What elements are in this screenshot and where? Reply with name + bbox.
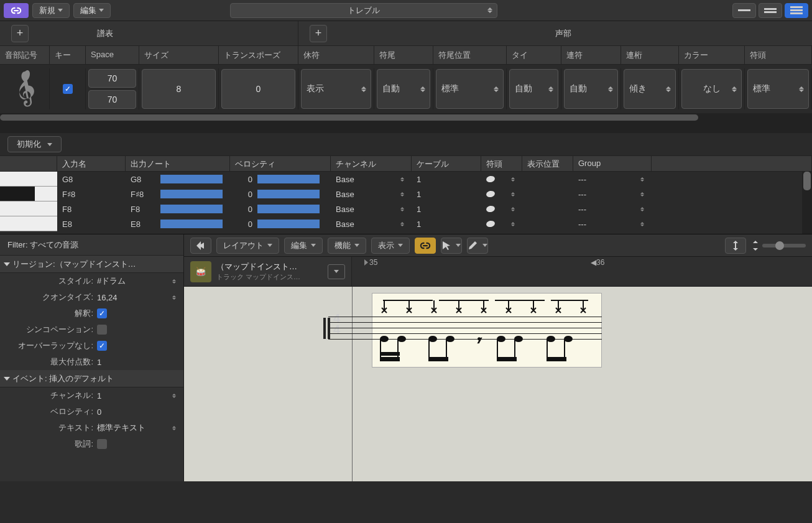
tuplet-select[interactable]: 自動 <box>564 69 618 109</box>
score-edit-menu[interactable]: 編集 <box>284 238 323 254</box>
size-value[interactable]: 8 <box>142 69 216 109</box>
initialize-menu[interactable]: 初期化 <box>7 136 62 152</box>
edit-menu[interactable]: 編集 <box>73 3 111 18</box>
back-button[interactable] <box>190 238 211 254</box>
rest-select[interactable]: 表示 <box>301 69 371 109</box>
new-menu[interactable]: 新規 <box>32 3 70 18</box>
score-link-button[interactable] <box>415 238 436 254</box>
head-select[interactable]: 標準 <box>747 69 809 109</box>
group-cell[interactable]: --- <box>573 175 652 184</box>
key-checkbox[interactable] <box>50 68 86 109</box>
function-menu[interactable]: 機能 <box>328 238 366 254</box>
interpret-check[interactable] <box>97 308 107 318</box>
head-cell[interactable] <box>481 221 522 227</box>
channel-cell[interactable]: Base <box>331 175 412 184</box>
output-note[interactable]: E8 <box>126 220 230 229</box>
overlap-check[interactable] <box>97 341 107 351</box>
channel-cell[interactable]: Base <box>331 205 412 214</box>
view-mode-1[interactable] <box>732 3 756 18</box>
link-button[interactable] <box>4 3 29 18</box>
map-row[interactable]: F♯8 F♯8 0 Base 1 --- <box>0 187 812 201</box>
style-value[interactable]: #ドラム <box>97 275 178 287</box>
ruler[interactable]: 35 ◀36 <box>352 257 812 286</box>
map-vscroll[interactable] <box>802 172 812 234</box>
stem-select[interactable]: 自動 <box>377 69 430 109</box>
score-view-menu[interactable]: 表示 <box>371 238 410 254</box>
cable-cell[interactable]: 1 <box>412 220 481 229</box>
group-header: + 譜表 + 声部 <box>0 21 812 46</box>
map-row[interactable]: G8 G8 0 Base 1 --- <box>0 172 812 187</box>
velocity-cell[interactable]: 0 <box>230 220 331 229</box>
zoom-control[interactable] <box>751 241 806 251</box>
head-cell[interactable] <box>481 206 522 212</box>
text-value[interactable]: 標準テキスト <box>97 422 178 433</box>
output-note[interactable]: F8 <box>126 205 230 214</box>
col-stem-pos: 符尾位置 <box>433 46 507 64</box>
color-select[interactable]: なし <box>681 69 742 109</box>
tie-select[interactable]: 自動 <box>509 69 558 109</box>
clef-value[interactable] <box>0 68 50 109</box>
velocity-cell[interactable]: 0 <box>230 175 331 184</box>
group-cell[interactable]: --- <box>573 205 652 214</box>
input-name[interactable]: F8 <box>57 205 126 214</box>
group-cell[interactable]: --- <box>573 190 652 199</box>
input-name[interactable]: F♯8 <box>57 190 126 199</box>
stem-pos-select[interactable]: 標準 <box>436 69 504 109</box>
notation: 𝄾 <box>377 295 601 370</box>
space-bot[interactable]: 70 <box>88 90 136 109</box>
col-color: カラー <box>679 46 745 64</box>
mcol-channel: チャンネル <box>331 156 412 171</box>
piano-key[interactable] <box>0 187 57 201</box>
piano-key[interactable] <box>0 172 57 187</box>
dot-value[interactable]: 1 <box>97 358 178 367</box>
channel-value[interactable]: 1 <box>97 391 178 400</box>
staff-hscroll[interactable] <box>0 113 812 122</box>
beam-select[interactable]: 傾き <box>624 69 676 109</box>
col-tuplet: 連符 <box>561 46 621 64</box>
track-name[interactable]: （マップドインスト… <box>216 261 323 272</box>
track-subtitle: トラック マップドインス… <box>216 272 323 282</box>
channel-cell[interactable]: Base <box>331 220 412 229</box>
piano-key[interactable] <box>0 201 57 216</box>
cable-cell[interactable]: 1 <box>412 205 481 214</box>
velocity-cell[interactable]: 0 <box>230 190 331 199</box>
head-cell[interactable] <box>481 191 522 197</box>
pointer-tool[interactable] <box>441 238 462 254</box>
add-voice-button[interactable]: + <box>310 25 327 42</box>
view-mode-3[interactable] <box>785 3 808 18</box>
region-section[interactable]: リージョン:（マップドインスト… <box>0 256 183 273</box>
cable-cell[interactable]: 1 <box>412 175 481 184</box>
head-cell[interactable] <box>481 176 522 182</box>
channel-cell[interactable]: Base <box>331 190 412 199</box>
mcol-output: 出力ノート <box>126 156 230 171</box>
output-note[interactable]: G8 <box>126 175 230 184</box>
vertical-zoom[interactable] <box>725 238 746 254</box>
quantize-value[interactable]: 16,24 <box>97 293 178 302</box>
transpose-value[interactable]: 0 <box>221 69 295 109</box>
map-toolbar: 初期化 <box>0 133 812 155</box>
map-row[interactable]: F8 F8 0 Base 1 --- <box>0 201 812 216</box>
staff-style-select[interactable]: トレブル <box>230 3 497 18</box>
svg-rect-34 <box>547 358 566 361</box>
velocity-cell[interactable]: 0 <box>230 205 331 214</box>
velocity-value[interactable]: 0 <box>97 407 178 417</box>
space-top[interactable]: 70 <box>88 69 136 88</box>
lyric-check[interactable] <box>97 439 107 449</box>
playhead-icon <box>364 259 368 266</box>
piano-key[interactable] <box>0 216 57 231</box>
score-canvas[interactable]: 44 <box>184 287 812 481</box>
input-name[interactable]: E8 <box>57 220 126 229</box>
cable-cell[interactable]: 1 <box>412 190 481 199</box>
add-staff-button[interactable]: + <box>11 25 29 42</box>
syncopation-check[interactable] <box>97 325 107 335</box>
filter-row[interactable]: Filter: すべての音源 <box>0 234 183 256</box>
map-row[interactable]: E8 E8 0 Base 1 --- <box>0 216 812 231</box>
output-note[interactable]: F♯8 <box>126 190 230 199</box>
group-cell[interactable]: --- <box>573 220 652 229</box>
view-mode-2[interactable] <box>759 3 782 18</box>
track-toggle[interactable] <box>328 264 345 279</box>
event-section[interactable]: イベント: 挿入のデフォルト <box>0 370 183 387</box>
layout-menu[interactable]: レイアウト <box>216 238 279 254</box>
pencil-tool[interactable] <box>467 238 488 254</box>
input-name[interactable]: G8 <box>57 175 126 184</box>
